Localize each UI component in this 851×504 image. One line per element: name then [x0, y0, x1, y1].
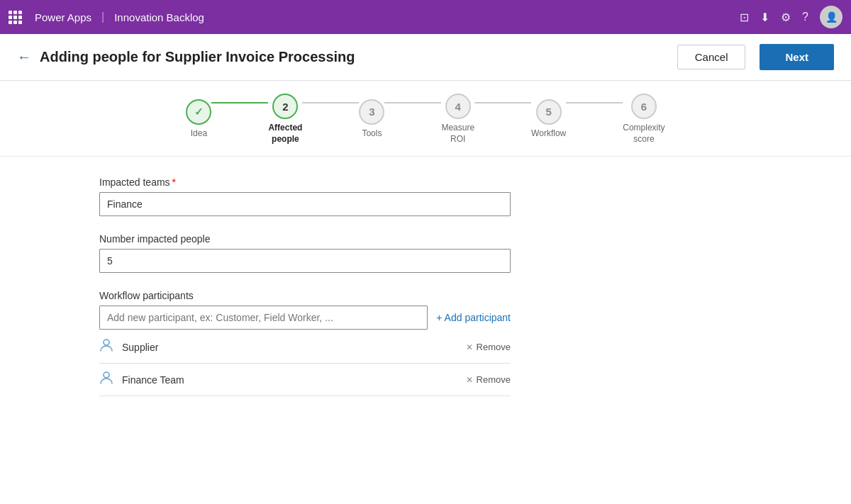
topbar-left: Power Apps | Innovation Backlog: [9, 11, 204, 24]
next-button[interactable]: Next: [760, 44, 834, 70]
download-icon[interactable]: ⬇: [760, 11, 769, 24]
list-item: Supplier ✕ Remove: [99, 331, 511, 364]
step-2: 2 Affectedpeople: [268, 94, 302, 145]
connector-4-5: [474, 102, 531, 103]
connector-3-4: [384, 102, 441, 103]
step-circle-6: 6: [631, 94, 657, 119]
app-name: Power Apps: [35, 11, 91, 23]
step-label-1: Idea: [191, 128, 207, 140]
waffle-icon[interactable]: [9, 11, 22, 24]
page-header: ← Adding people for Supplier Invoice Pro…: [0, 34, 851, 81]
connector-1-2: [211, 102, 268, 103]
form-area: Impacted teams* Number impacted people W…: [0, 157, 851, 433]
required-star: *: [172, 177, 176, 188]
participant-list: Supplier ✕ Remove Finance Team ✕ Remov: [99, 331, 511, 396]
workflow-label: Workflow participants: [99, 290, 752, 301]
connector-2-3: [302, 102, 359, 103]
workflow-participants-group: Workflow participants + Add participant …: [99, 290, 752, 396]
avatar[interactable]: 👤: [820, 6, 842, 28]
impacted-teams-group: Impacted teams*: [99, 177, 752, 216]
step-1: ✓ Idea: [186, 99, 211, 140]
step-circle-4: 4: [445, 94, 471, 119]
connector-5-6: [566, 102, 623, 103]
step-5: 5 Workflow: [531, 99, 566, 140]
participant-add-row: + Add participant: [99, 306, 511, 330]
person-icon-1: [99, 338, 113, 356]
step-4: 4 MeasureROI: [441, 94, 474, 145]
step-3: 3 Tools: [359, 99, 384, 140]
list-item: Finance Team ✕ Remove: [99, 364, 511, 396]
impacted-teams-input[interactable]: [99, 192, 511, 216]
person-icon-2: [99, 371, 113, 388]
participant-name-2: Finance Team: [122, 374, 466, 386]
number-impacted-input[interactable]: [99, 249, 511, 273]
number-impacted-label: Number impacted people: [99, 233, 752, 245]
step-6: 6 Complexityscore: [623, 94, 664, 145]
topbar-right: ⊡ ⬇ ⚙ ? 👤: [740, 6, 842, 28]
step-label-4: MeasureROI: [441, 123, 474, 145]
settings-icon[interactable]: ⚙: [781, 11, 791, 24]
cancel-button[interactable]: Cancel: [677, 45, 746, 69]
step-label-6: Complexityscore: [623, 123, 664, 145]
back-button[interactable]: ←: [17, 49, 31, 65]
monitor-icon[interactable]: ⊡: [740, 11, 749, 24]
svg-point-1: [104, 372, 109, 378]
remove-x-icon-2: ✕: [466, 375, 473, 385]
step-label-2: Affectedpeople: [268, 123, 302, 145]
participant-name-1: Supplier: [122, 342, 466, 353]
topbar-separator: |: [101, 11, 104, 23]
remove-label-2: Remove: [477, 374, 511, 385]
step-circle-1: ✓: [186, 99, 211, 125]
remove-button-2[interactable]: ✕ Remove: [466, 374, 511, 385]
participant-input[interactable]: [99, 306, 428, 330]
help-icon[interactable]: ?: [802, 11, 808, 23]
impacted-teams-label: Impacted teams*: [99, 177, 752, 188]
page-title: Adding people for Supplier Invoice Proce…: [40, 49, 669, 65]
remove-x-icon-1: ✕: [466, 342, 473, 352]
section-name: Innovation Backlog: [114, 11, 204, 23]
step-label-5: Workflow: [531, 128, 566, 140]
stepper: ✓ Idea 2 Affectedpeople 3 Tools 4 Measur…: [0, 81, 851, 157]
number-impacted-group: Number impacted people: [99, 233, 752, 273]
svg-point-0: [104, 340, 109, 345]
topbar: Power Apps | Innovation Backlog ⊡ ⬇ ⚙ ? …: [0, 0, 851, 34]
add-participant-button[interactable]: + Add participant: [436, 312, 511, 323]
remove-button-1[interactable]: ✕ Remove: [466, 342, 511, 352]
step-label-3: Tools: [362, 128, 382, 140]
remove-label-1: Remove: [477, 342, 511, 352]
step-circle-3: 3: [359, 99, 384, 125]
step-circle-2: 2: [272, 94, 298, 119]
step-circle-5: 5: [536, 99, 562, 125]
